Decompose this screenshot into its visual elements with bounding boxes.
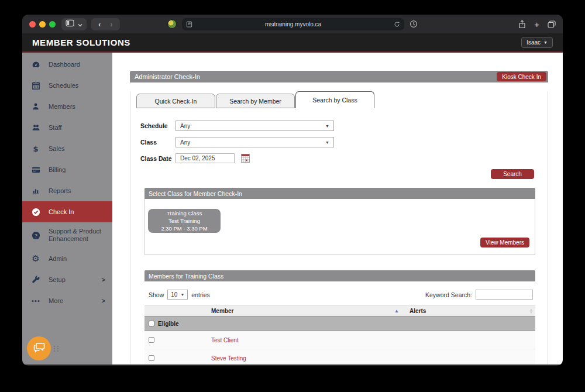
sidebar-item-support[interactable]: ? Support & Product Enhancement [22, 222, 112, 248]
table-row: Steve Testing [144, 349, 535, 365]
sidebar-item-label: More [49, 297, 63, 304]
sidebar-item-billing[interactable]: Billing [22, 159, 112, 180]
sort-ascending-icon[interactable]: ▲ [394, 308, 399, 314]
close-window-button[interactable] [29, 21, 36, 27]
schedule-label: Schedule [140, 122, 176, 129]
chat-widget-button[interactable] [27, 336, 51, 360]
schedule-select-value: Any [180, 123, 190, 129]
row-checkbox[interactable] [149, 337, 154, 343]
share-icon[interactable] [518, 20, 526, 29]
sidebar-item-label: Staff [49, 124, 61, 131]
zoom-window-button[interactable] [49, 21, 56, 27]
member-column-header[interactable]: Member [211, 308, 233, 314]
tab-search-by-member[interactable]: Search by Member [216, 94, 295, 108]
bar-chart-icon [31, 187, 40, 195]
tab-search-by-class[interactable]: Search by Class [295, 91, 374, 108]
eligible-group-checkbox[interactable] [149, 321, 154, 326]
chevron-right-icon: > [102, 276, 105, 283]
chevron-down-icon [78, 19, 82, 29]
extension-icon[interactable] [167, 19, 177, 29]
sidebar-item-setup[interactable]: Setup > [22, 269, 112, 290]
member-name-link[interactable]: Test Client [211, 337, 239, 343]
sidebar-item-label: Members [49, 103, 75, 110]
checkin-tabs: Quick Check-In Search by Member Search b… [136, 91, 548, 108]
url-text: msitraining.myvolo.ca [192, 21, 394, 27]
sidebar-item-members[interactable]: Members [22, 96, 112, 117]
minimize-window-button[interactable] [39, 21, 46, 27]
eligible-group-row: Eligible [144, 317, 535, 331]
admin-checkin-panel: Administrator Check-In Kiosk Check In Qu… [130, 71, 548, 365]
sidebar-item-sales[interactable]: $ Sales [22, 138, 112, 159]
class-select-value: Any [180, 139, 190, 146]
chat-bubble-icon [33, 342, 45, 355]
table-row: Test Client [144, 331, 535, 349]
main-content: Administrator Check-In Kiosk Check In Qu… [112, 53, 563, 365]
credit-card-icon [31, 166, 40, 174]
page-length-select[interactable]: 10 ▼ [167, 290, 188, 300]
show-label: Show [149, 291, 164, 298]
sidebar-item-reports[interactable]: Reports [22, 180, 112, 201]
search-button[interactable]: Search [491, 169, 534, 179]
keyword-search-input[interactable] [476, 290, 533, 300]
kiosk-check-in-button[interactable]: Kiosk Check In [497, 72, 546, 81]
sidebar-toggle-button[interactable] [61, 18, 87, 30]
browser-toolbar: ‹ › msitraining.myvolo.ca + [22, 15, 563, 33]
brand-logo: MEMBER SOLUTIONS [32, 37, 130, 47]
sidebar-item-schedules[interactable]: Schedules [22, 75, 112, 96]
forward-button[interactable]: › [107, 20, 115, 29]
sidebar-item-label: Dashboard [49, 61, 80, 68]
chevron-down-icon: ▼ [180, 293, 184, 297]
select-class-section: Select Class for Member Check-In Trainin… [144, 188, 535, 255]
app-header: MEMBER SOLUTIONS Isaac ▼ [22, 33, 563, 53]
row-checkbox[interactable] [149, 355, 154, 361]
history-nav: ‹ › [91, 18, 120, 30]
sidebar: Dashboard Schedules Members Staff $ Sale… [22, 53, 112, 365]
class-card[interactable]: Training Class Test Training 2:30 PM - 3… [148, 209, 221, 233]
member-icon [31, 102, 40, 111]
address-bar[interactable]: msitraining.myvolo.ca [182, 18, 404, 30]
new-tab-icon[interactable]: + [534, 20, 539, 29]
class-date-label: Class Date [140, 155, 176, 162]
browser-window: ‹ › msitraining.myvolo.ca + [22, 15, 563, 366]
sidebar-item-label: Support & Product Enhancement [49, 228, 102, 243]
class-card-name: Training Class [148, 209, 221, 217]
tab-quick-check-in[interactable]: Quick Check-In [136, 94, 215, 108]
sidebar-item-label: Reports [49, 187, 71, 194]
table-controls: Show 10 ▼ entries Keyword Search: [144, 281, 535, 305]
history-clock-icon[interactable] [410, 20, 418, 28]
gear-icon: ⚙ [31, 253, 40, 264]
chevron-down-icon: ▼ [325, 140, 329, 145]
sidebar-item-label: Schedules [49, 82, 78, 89]
sidebar-item-staff[interactable]: Staff [22, 117, 112, 138]
svg-text:?: ? [34, 232, 37, 238]
back-button[interactable]: ‹ [95, 20, 104, 29]
wrench-icon [31, 276, 40, 284]
sidebar-item-admin[interactable]: ⚙ Admin [22, 248, 112, 269]
member-name-link[interactable]: Steve Testing [211, 355, 246, 362]
page-format-icon[interactable] [186, 21, 192, 27]
page-length-value: 10 [171, 291, 177, 298]
chat-drag-handle[interactable] [54, 346, 61, 353]
sort-idle-icon[interactable]: ▲▼ [529, 308, 533, 314]
user-menu-button[interactable]: Isaac ▼ [521, 37, 553, 48]
view-members-button[interactable]: View Members [480, 238, 529, 247]
alerts-column-header[interactable]: Alerts [410, 308, 426, 314]
dollar-icon: $ [31, 145, 40, 153]
tab-overview-icon[interactable] [548, 20, 556, 28]
class-select[interactable]: Any ▼ [176, 137, 334, 147]
section-title: Select Class for Member Check-In [149, 190, 242, 197]
class-card-subname: Test Training [148, 217, 221, 225]
sidebar-item-label: Billing [49, 166, 66, 173]
search-by-class-form: Schedule Any ▼ Class Any ▼ [140, 121, 548, 163]
calendar-picker-icon[interactable] [241, 154, 250, 163]
schedule-select[interactable]: Any ▼ [176, 121, 334, 131]
class-card-time: 2:30 PM - 3:30 PM [148, 225, 221, 232]
sidebar-item-check-in[interactable]: Check In [22, 201, 112, 222]
sidebar-item-dashboard[interactable]: Dashboard [22, 54, 112, 75]
sidebar-item-more[interactable]: More > [22, 290, 112, 311]
sidebar-toggle-icon [66, 19, 74, 29]
ellipsis-icon [31, 300, 40, 302]
reload-icon[interactable] [394, 21, 400, 27]
chevron-down-icon: ▼ [325, 124, 329, 128]
class-date-input[interactable]: Dec 02, 2025 [176, 153, 235, 163]
